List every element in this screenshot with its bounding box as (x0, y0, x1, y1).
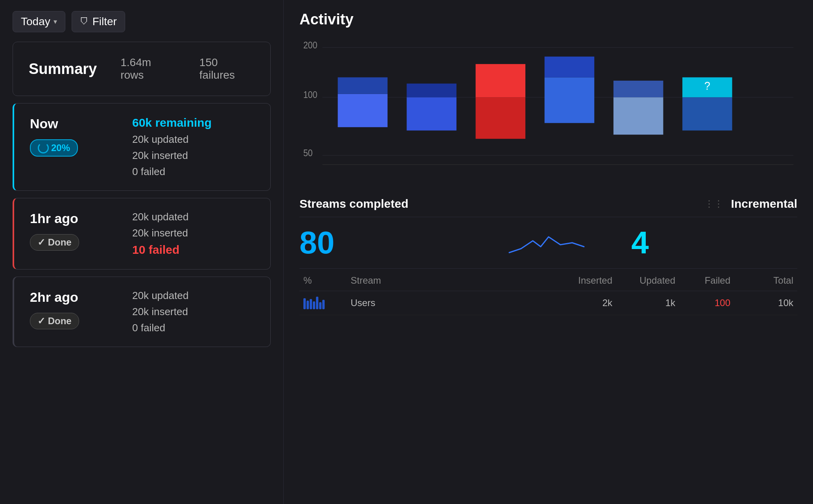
run-left-2hr: 2hr ago ✓ Done (30, 290, 132, 329)
run-right-2hr: 20k updated 20k inserted 0 failed (132, 290, 255, 334)
data-table: % Stream Inserted Updated Failed Total U (299, 268, 797, 315)
activity-title: Activity (299, 11, 797, 28)
th-updated: Updated (612, 275, 675, 286)
run-inserted-1hr: 20k inserted (132, 227, 255, 239)
pct-bar-3 (310, 299, 312, 309)
filter-icon: ⛉ (80, 17, 89, 27)
td-total-users: 10k (730, 297, 793, 308)
sparkline-block (466, 225, 632, 260)
filter-button[interactable]: ⛉ Filter (72, 11, 125, 32)
run-updated-1hr: 20k updated (132, 211, 255, 223)
th-failed: Failed (675, 275, 730, 286)
pct-bar-7 (322, 300, 325, 309)
summary-failures: 150 failures (200, 56, 255, 81)
left-panel: Today ▾ ⛉ Filter Summary 1.64m rows 150 … (0, 0, 283, 504)
sparkline-svg (505, 225, 592, 260)
pct-bar-2 (307, 301, 309, 309)
td-failed-users: 100 (675, 297, 730, 308)
run-left-now: Now 20% (30, 116, 132, 157)
bar-5-top (613, 81, 663, 97)
run-card-2hr[interactable]: 2hr ago ✓ Done 20k updated 20k inserted … (13, 277, 271, 347)
pct-bars-users (303, 297, 351, 309)
td-inserted-users: 2k (549, 297, 612, 308)
run-updated-now: 20k updated (132, 133, 255, 146)
streams-completed-block: 80 (299, 227, 466, 258)
spinner-icon (38, 142, 49, 153)
run-left-1hr: 1hr ago ✓ Done (30, 211, 132, 251)
streams-completed-label: Streams completed (299, 197, 697, 210)
run-failed-2hr: 0 failed (132, 322, 255, 334)
pct-bar-5 (316, 297, 318, 309)
pct-bar-6 (319, 302, 322, 309)
incremental-block: 4 (631, 227, 797, 258)
run-failed-1hr: 10 failed (132, 243, 255, 257)
separator-icon: ⋮⋮ (704, 198, 723, 209)
chevron-down-icon: ▾ (54, 17, 57, 26)
run-remaining: 60k remaining (132, 116, 255, 129)
y-label-200: 200 (303, 40, 318, 50)
th-pct: % (303, 275, 351, 286)
y-label-50: 50 (303, 148, 313, 158)
today-label: Today (21, 15, 50, 28)
bar-2-top (406, 83, 456, 97)
today-button[interactable]: Today ▾ (13, 11, 65, 32)
bar-5-bottom (613, 97, 663, 135)
metrics-row: 80 4 (299, 217, 797, 260)
y-label-100: 100 (303, 90, 318, 100)
th-inserted: Inserted (549, 275, 612, 286)
summary-rows: 1.64m rows (120, 56, 176, 81)
table-header: % Stream Inserted Updated Failed Total (299, 275, 797, 291)
sparkline-line (509, 237, 584, 253)
table-row[interactable]: Users 2k 1k 100 10k (299, 291, 797, 315)
bar-4-bottom (545, 78, 595, 123)
td-updated-users: 1k (612, 297, 675, 308)
td-pct-users (303, 297, 351, 309)
metrics-header: Streams completed ⋮⋮ Incremental (299, 197, 797, 210)
run-time-now: Now (30, 116, 132, 131)
incremental-value: 4 (631, 227, 797, 258)
bar-6-label: ? (704, 79, 710, 92)
pct-bar-1 (303, 298, 306, 309)
streams-completed-value: 80 (299, 227, 466, 258)
th-stream: Stream (351, 275, 549, 286)
run-card-1hr[interactable]: 1hr ago ✓ Done 20k updated 20k inserted … (13, 198, 271, 270)
summary-title: Summary (29, 61, 97, 78)
run-card-now[interactable]: Now 20% 60k remaining 20k updated 20k in… (13, 103, 271, 191)
done-badge-2hr: ✓ Done (30, 313, 79, 329)
run-failed-now: 0 failed (132, 166, 255, 178)
bar-2-bottom (406, 97, 456, 130)
bar-3-bottom (476, 97, 526, 139)
done-badge-1hr: ✓ Done (30, 234, 79, 251)
bar-1-top (338, 78, 388, 94)
run-right-1hr: 20k updated 20k inserted 10 failed (132, 211, 255, 257)
filter-label: Filter (92, 15, 117, 28)
run-updated-2hr: 20k updated (132, 290, 255, 302)
summary-card: Summary 1.64m rows 150 failures (13, 42, 271, 96)
incremental-label: Incremental (731, 197, 797, 210)
activity-chart: 200 100 50 ? (299, 36, 797, 185)
run-right-now: 60k remaining 20k updated 20k inserted 0… (132, 116, 255, 178)
right-panel: Activity 200 100 50 (283, 0, 813, 504)
bar-1-bottom (338, 94, 388, 127)
run-inserted-2hr: 20k inserted (132, 306, 255, 318)
bar-6-bottom (682, 97, 732, 130)
toolbar: Today ▾ ⛉ Filter (13, 11, 271, 32)
th-total: Total (730, 275, 793, 286)
run-time-2hr: 2hr ago (30, 290, 132, 305)
bar-3-top (476, 64, 526, 97)
run-time-1hr: 1hr ago (30, 211, 132, 226)
pct-bar-4 (313, 301, 315, 309)
run-inserted-now: 20k inserted (132, 150, 255, 162)
chart-svg: 200 100 50 ? (299, 36, 797, 185)
bar-4-top (545, 57, 595, 78)
td-stream-users: Users (351, 297, 549, 308)
progress-badge: 20% (30, 139, 78, 157)
progress-label: 20% (51, 142, 70, 153)
